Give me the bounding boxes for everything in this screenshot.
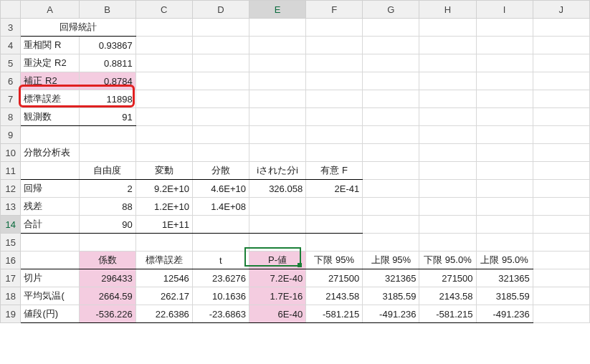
cell-I3[interactable] xyxy=(476,19,533,37)
cell-E19[interactable]: 6E-40 xyxy=(249,305,306,323)
cell-I14[interactable] xyxy=(476,216,533,234)
cell-J9[interactable] xyxy=(533,126,589,144)
cell-D12[interactable]: 4.6E+10 xyxy=(192,180,249,198)
cell-H18[interactable]: 2143.58 xyxy=(419,287,476,305)
cell-E9[interactable] xyxy=(249,126,306,144)
row-header-4[interactable]: 4 xyxy=(1,37,21,54)
row-header-6[interactable]: 6 xyxy=(1,72,21,90)
cell-I4[interactable] xyxy=(476,37,533,54)
cell-H12[interactable] xyxy=(419,180,476,198)
row-header-14[interactable]: 14 xyxy=(1,216,21,234)
cell-D8[interactable] xyxy=(192,108,249,126)
cell-E10[interactable] xyxy=(249,144,306,162)
cell-H19[interactable]: -581.215 xyxy=(419,305,476,323)
cell-D4[interactable] xyxy=(192,37,249,54)
cell-H9[interactable] xyxy=(419,126,476,144)
row-header-11[interactable]: 11 xyxy=(1,162,21,180)
cell-A14[interactable]: 合計 xyxy=(21,216,79,234)
cell-C3[interactable] xyxy=(135,19,192,37)
cell-A5[interactable]: 重決定 R2 xyxy=(21,54,79,72)
cell-A19[interactable]: 値段(円) xyxy=(21,305,79,323)
cell-C12[interactable]: 9.2E+10 xyxy=(135,180,192,198)
cell-I7[interactable] xyxy=(476,90,533,108)
cell-D7[interactable] xyxy=(192,90,249,108)
select-all-corner[interactable] xyxy=(1,1,21,19)
cell-B8[interactable]: 91 xyxy=(79,108,135,126)
cell-G14[interactable] xyxy=(363,216,419,234)
cell-A18[interactable]: 平均気温( xyxy=(21,287,79,305)
cell-J12[interactable] xyxy=(533,180,589,198)
cell-E18[interactable]: 1.7E-16 xyxy=(249,287,306,305)
row-header-17[interactable]: 17 xyxy=(1,269,21,287)
cell-F3[interactable] xyxy=(306,19,363,37)
cell-A3[interactable]: 回帰統計 xyxy=(21,19,135,37)
cell-A10[interactable]: 分散分析表 xyxy=(21,144,79,162)
cell-I13[interactable] xyxy=(476,198,533,216)
cell-C7[interactable] xyxy=(135,90,192,108)
cell-E5[interactable] xyxy=(249,54,306,72)
cell-I19[interactable]: -491.236 xyxy=(476,305,533,323)
cell-I5[interactable] xyxy=(476,54,533,72)
cell-H3[interactable] xyxy=(419,19,476,37)
cell-F18[interactable]: 2143.58 xyxy=(306,287,363,305)
col-header-B[interactable]: B xyxy=(79,1,135,19)
cell-F17[interactable]: 271500 xyxy=(306,269,363,287)
cell-B11[interactable]: 自由度 xyxy=(79,162,135,180)
cell-B9[interactable] xyxy=(79,126,135,144)
cell-E15[interactable] xyxy=(249,234,306,252)
cell-F16[interactable]: 下限 95% xyxy=(306,252,363,269)
cell-D5[interactable] xyxy=(192,54,249,72)
cell-E14[interactable] xyxy=(249,216,306,234)
cell-B16[interactable]: 係数 xyxy=(79,252,135,269)
cell-H5[interactable] xyxy=(419,54,476,72)
col-header-J[interactable]: J xyxy=(533,1,589,19)
cell-I15[interactable] xyxy=(476,234,533,252)
cell-I11[interactable] xyxy=(476,162,533,180)
cell-D18[interactable]: 10.1636 xyxy=(192,287,249,305)
cell-J6[interactable] xyxy=(533,72,589,90)
cell-H7[interactable] xyxy=(419,90,476,108)
cell-C13[interactable]: 1.2E+10 xyxy=(135,198,192,216)
cell-E13[interactable] xyxy=(249,198,306,216)
cell-J18[interactable] xyxy=(533,287,589,305)
cell-H17[interactable]: 271500 xyxy=(419,269,476,287)
cell-F13[interactable] xyxy=(306,198,363,216)
cell-A8[interactable]: 観測数 xyxy=(21,108,79,126)
row-header-10[interactable]: 10 xyxy=(1,144,21,162)
cell-E6[interactable] xyxy=(249,72,306,90)
cell-G11[interactable] xyxy=(363,162,419,180)
cell-G5[interactable] xyxy=(363,54,419,72)
cell-E4[interactable] xyxy=(249,37,306,54)
cell-D16[interactable]: t xyxy=(192,252,249,269)
cell-C17[interactable]: 12546 xyxy=(135,269,192,287)
row-header-8[interactable]: 8 xyxy=(1,108,21,126)
row-header-18[interactable]: 18 xyxy=(1,287,21,305)
cell-A13[interactable]: 残差 xyxy=(21,198,79,216)
cell-J4[interactable] xyxy=(533,37,589,54)
cell-B4[interactable]: 0.93867 xyxy=(79,37,135,54)
cell-J8[interactable] xyxy=(533,108,589,126)
cell-C10[interactable] xyxy=(135,144,192,162)
col-header-D[interactable]: D xyxy=(192,1,249,19)
cell-G15[interactable] xyxy=(363,234,419,252)
cell-H8[interactable] xyxy=(419,108,476,126)
col-header-H[interactable]: H xyxy=(419,1,476,19)
cell-A4[interactable]: 重相関 R xyxy=(21,37,79,54)
cell-J13[interactable] xyxy=(533,198,589,216)
cell-H13[interactable] xyxy=(419,198,476,216)
cell-J11[interactable] xyxy=(533,162,589,180)
cell-C9[interactable] xyxy=(135,126,192,144)
cell-A16[interactable] xyxy=(21,252,79,269)
row-header-19[interactable]: 19 xyxy=(1,305,21,323)
row-header-12[interactable]: 12 xyxy=(1,180,21,198)
cell-C15[interactable] xyxy=(135,234,192,252)
cell-J10[interactable] xyxy=(533,144,589,162)
col-header-G[interactable]: G xyxy=(363,1,419,19)
cell-B6[interactable]: 0.8784 xyxy=(79,72,135,90)
cell-A6[interactable]: 補正 R2 xyxy=(21,72,79,90)
cell-J14[interactable] xyxy=(533,216,589,234)
cell-A7[interactable]: 標準誤差 xyxy=(21,90,79,108)
cell-I12[interactable] xyxy=(476,180,533,198)
cell-H16[interactable]: 下限 95.0% xyxy=(419,252,476,269)
cell-C11[interactable]: 変動 xyxy=(135,162,192,180)
